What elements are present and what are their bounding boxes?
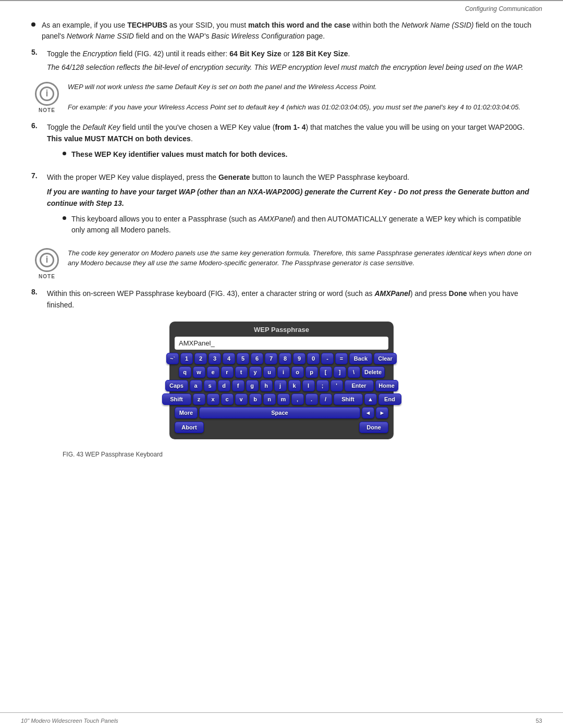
step7-sub-prefix: This keyboard allows you to enter a Pass… bbox=[71, 215, 259, 223]
key-t[interactable]: t bbox=[235, 366, 248, 378]
key-c[interactable]: c bbox=[221, 393, 234, 405]
fig-caption: FIG. 43 WEP Passphrase Keyboard bbox=[63, 450, 532, 460]
key-minus[interactable]: - bbox=[321, 353, 334, 364]
bullet-text-techpubs: As an example, if you use TECHPUBS as yo… bbox=[42, 20, 532, 42]
key-semicolon[interactable]: ; bbox=[316, 380, 329, 391]
key-g[interactable]: g bbox=[246, 380, 259, 391]
key-f[interactable]: f bbox=[232, 380, 244, 391]
sub-bullet-dot-1 bbox=[63, 152, 66, 155]
step8-prefix: Within this on-screen WEP Passphrase key… bbox=[47, 289, 374, 298]
step8-mid: ) and press bbox=[410, 289, 449, 298]
note-icon-1: i NOTE bbox=[31, 82, 63, 113]
wep-keyboard-container: WEP Passphrase AMXPanel_ ~` 1 2 3 4 5 6 … bbox=[169, 322, 394, 439]
key-period[interactable]: . bbox=[305, 393, 318, 405]
key-rbracket[interactable]: ] bbox=[334, 366, 346, 378]
key-2[interactable]: 2 bbox=[194, 353, 207, 364]
key-6[interactable]: 6 bbox=[251, 353, 263, 364]
key-quote[interactable]: ' bbox=[331, 380, 343, 391]
key-clear[interactable]: Clear bbox=[374, 353, 397, 364]
text-mid: as your SSID, you must bbox=[167, 21, 248, 29]
key-u[interactable]: u bbox=[263, 366, 276, 378]
key-o[interactable]: o bbox=[291, 366, 304, 378]
key-4[interactable]: 4 bbox=[223, 353, 235, 364]
step6-after: ) that matches the value you will be usi… bbox=[306, 123, 525, 131]
encryption-italic: Encryption bbox=[83, 50, 117, 58]
note-text-1: WEP will not work unless the same Defaul… bbox=[68, 82, 532, 113]
key-shift-left[interactable]: Shift bbox=[162, 393, 191, 405]
key-home[interactable]: Home bbox=[375, 380, 398, 391]
keyboard-bottom-row: Abort Done bbox=[175, 422, 388, 433]
note-text-2: The code key generator on Modero panels … bbox=[68, 248, 532, 268]
step-8: 8. Within this on-screen WEP Passphrase … bbox=[31, 288, 532, 311]
key-8[interactable]: 8 bbox=[279, 353, 291, 364]
key-a[interactable]: a bbox=[190, 380, 202, 391]
key-v[interactable]: v bbox=[235, 393, 248, 405]
step6-sub-bullet: These WEP Key identifier values must mat… bbox=[63, 149, 532, 160]
key-caps[interactable]: Caps bbox=[165, 380, 188, 391]
step8-amx-panel: AMXPanel bbox=[374, 289, 410, 298]
key-up-arrow[interactable]: ▲ bbox=[364, 393, 377, 405]
page-header-title: Configuring Communication bbox=[465, 5, 542, 13]
key-enter[interactable]: Enter bbox=[345, 380, 374, 391]
key-abort[interactable]: Abort bbox=[175, 422, 204, 433]
key-space[interactable]: Space bbox=[199, 407, 360, 418]
key-e[interactable]: e bbox=[207, 366, 219, 378]
note-box-1: i NOTE WEP will not work unless the same… bbox=[31, 82, 532, 113]
key-7[interactable]: 7 bbox=[265, 353, 277, 364]
keyboard-input[interactable]: AMXPanel_ bbox=[175, 337, 388, 350]
key-m[interactable]: m bbox=[277, 393, 290, 405]
key-delete[interactable]: Delete bbox=[362, 366, 385, 378]
key-5[interactable]: 5 bbox=[237, 353, 249, 364]
key-9[interactable]: 9 bbox=[293, 353, 305, 364]
key-right-arrow[interactable]: ► bbox=[376, 407, 388, 418]
key-q[interactable]: q bbox=[179, 366, 191, 378]
key-1[interactable]: 1 bbox=[180, 353, 193, 364]
step6-mid: field until the you've chosen a WEP Key … bbox=[120, 123, 275, 131]
key-d[interactable]: d bbox=[218, 380, 230, 391]
key-b[interactable]: b bbox=[249, 393, 262, 405]
step-5-text: Toggle the Encryption field (FIG. 42) un… bbox=[47, 48, 532, 73]
keyboard-row-3: Caps a s d f g h j k l ; ' Enter Home bbox=[175, 380, 388, 391]
key-slash[interactable]: / bbox=[320, 393, 332, 405]
key-w[interactable]: w bbox=[193, 366, 205, 378]
key-x[interactable]: x bbox=[207, 393, 219, 405]
step7-sub-bullet: This keyboard allows you to enter a Pass… bbox=[63, 214, 532, 236]
step-6: 6. Toggle the Default Key field until th… bbox=[31, 121, 532, 164]
key-p[interactable]: p bbox=[305, 366, 318, 378]
step7-amx-panel-italic: AMXPanel bbox=[259, 215, 293, 223]
key-3[interactable]: 3 bbox=[209, 353, 221, 364]
key-s[interactable]: s bbox=[204, 380, 216, 391]
key-back[interactable]: Back bbox=[349, 353, 372, 364]
key-i[interactable]: i bbox=[277, 366, 290, 378]
step6-sub-bullet-text: These WEP Key identifier values must mat… bbox=[71, 149, 532, 160]
key-j[interactable]: j bbox=[274, 380, 287, 391]
key-n[interactable]: n bbox=[263, 393, 276, 405]
key-l[interactable]: l bbox=[302, 380, 315, 391]
key-lbracket[interactable]: [ bbox=[320, 366, 332, 378]
footer-left: 10" Modero Widescreen Touch Panels bbox=[21, 718, 118, 724]
key-k[interactable]: k bbox=[288, 380, 301, 391]
default-key-italic: Default Key bbox=[83, 123, 120, 131]
text-after3: field and on the WAP's bbox=[134, 32, 211, 40]
key-shift-right[interactable]: Shift bbox=[334, 393, 363, 405]
keyboard-row-2: q w e r t y u i o p [ ] \ Delete bbox=[175, 366, 388, 378]
step8-done-bold: Done bbox=[449, 289, 467, 298]
key-y[interactable]: y bbox=[249, 366, 262, 378]
text-after: within both the bbox=[350, 21, 401, 29]
key-z[interactable]: z bbox=[193, 393, 205, 405]
key-comma[interactable]: , bbox=[291, 393, 304, 405]
key-tilde[interactable]: ~` bbox=[166, 353, 179, 364]
key-done[interactable]: Done bbox=[359, 422, 388, 433]
bullet-dot bbox=[31, 22, 35, 27]
key-end[interactable]: End bbox=[378, 393, 401, 405]
key-r[interactable]: r bbox=[221, 366, 234, 378]
key-0[interactable]: 0 bbox=[307, 353, 320, 364]
key-equals[interactable]: = bbox=[335, 353, 348, 364]
key-left-arrow[interactable]: ◄ bbox=[362, 407, 374, 418]
text-end: page. bbox=[304, 32, 325, 40]
key-h[interactable]: h bbox=[260, 380, 273, 391]
note1-line1: WEP will not work unless the same Defaul… bbox=[68, 83, 377, 91]
key-backslash[interactable]: \ bbox=[348, 366, 360, 378]
key-more[interactable]: More bbox=[175, 407, 198, 418]
page-footer: 10" Modero Widescreen Touch Panels 53 bbox=[0, 712, 563, 728]
